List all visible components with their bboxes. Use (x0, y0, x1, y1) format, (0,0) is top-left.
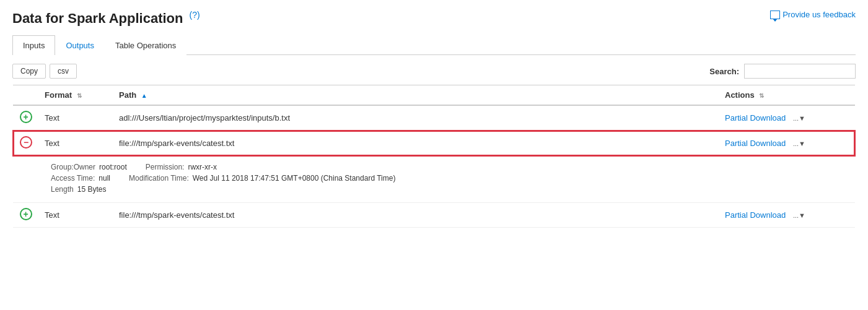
group-label: Group:Owner (51, 163, 95, 171)
action-dropdown-3[interactable]: ...▼ (793, 212, 805, 219)
path-cell-2: file:///tmp/spark-events/catest.txt (113, 131, 719, 156)
length-value: 15 Bytes (77, 185, 107, 194)
access-label: Access Time: (51, 174, 95, 183)
detail-content: Group:Owner root:root Permission: rwxr-x… (38, 156, 855, 203)
permission-item: Permission: rwxr-xr-x (146, 163, 217, 171)
page-title: Data for Spark Application (?) (12, 11, 200, 26)
actions-cell-3: Partial Download ...▼ (719, 203, 855, 228)
col-actions[interactable]: Actions ⇅ (719, 85, 855, 106)
table-row-selected: Text file:///tmp/spark-events/catest.txt… (13, 131, 855, 156)
actions-cell-1: Partial Download ...▼ (719, 105, 855, 131)
toolbar: Copy csv Search: (12, 64, 856, 79)
title-area: Data for Spark Application (?) (12, 10, 200, 27)
data-table: Format ⇅ Path ▲ Actions ⇅ Text (12, 85, 856, 228)
actions-cell-2: Partial Download ...▼ (719, 131, 855, 156)
path-cell-1: adl:///Users/ltian/project/mysparktest/i… (113, 105, 719, 131)
group-owner-item: Group:Owner root:root (51, 163, 127, 171)
search-label: Search: (709, 67, 739, 76)
length-item: Length 15 Bytes (51, 185, 106, 194)
detail-section: Group:Owner root:root Permission: rwxr-x… (51, 160, 843, 199)
page-container: Data for Spark Application (?) Provide u… (0, 0, 868, 238)
feedback-icon (770, 11, 780, 19)
format-cell-2: Text (38, 131, 113, 156)
access-value: null (99, 174, 110, 183)
modification-value: Wed Jul 11 2018 17:47:51 GMT+0800 (China… (193, 174, 396, 183)
path-sort-icon: ▲ (141, 92, 147, 99)
length-label: Length (51, 185, 74, 194)
toolbar-left: Copy csv (12, 64, 77, 79)
expand-cell-2[interactable] (13, 131, 38, 156)
action-dropdown-1[interactable]: ...▼ (793, 114, 805, 122)
modification-label: Modification Time: (129, 174, 189, 183)
partial-download-link-1[interactable]: Partial Download (725, 113, 786, 123)
detail-line-3: Length 15 Bytes (51, 185, 843, 194)
format-cell-1: Text (38, 105, 113, 131)
modification-time-item: Modification Time: Wed Jul 11 2018 17:47… (129, 174, 395, 183)
action-dropdown-2[interactable]: ...▼ (793, 140, 805, 147)
detail-line-1: Group:Owner root:root Permission: rwxr-x… (51, 163, 843, 171)
expand-icon-plus-3[interactable] (20, 208, 32, 220)
group-value: root:root (99, 163, 127, 171)
col-format[interactable]: Format ⇅ (38, 85, 113, 106)
partial-download-link-3[interactable]: Partial Download (725, 210, 786, 220)
expand-cell-3[interactable] (13, 203, 38, 228)
path-cell-3: file:///tmp/spark-events/catest.txt (113, 203, 719, 228)
help-icon[interactable]: (?) (190, 10, 200, 20)
table-row-3: Text file:///tmp/spark-events/catest.txt… (13, 203, 855, 228)
expand-icon-plus-1[interactable] (20, 111, 32, 123)
col-path[interactable]: Path ▲ (113, 85, 719, 106)
copy-button[interactable]: Copy (12, 64, 46, 79)
feedback-link[interactable]: Provide us feedback (770, 10, 856, 19)
expanded-detail-row: Group:Owner root:root Permission: rwxr-x… (13, 156, 855, 203)
detail-spacer (13, 156, 38, 203)
tab-table-operations[interactable]: Table Operations (105, 35, 186, 55)
title-text: Data for Spark Application (12, 11, 183, 26)
search-area: Search: (709, 64, 856, 79)
search-input[interactable] (744, 64, 856, 79)
tab-inputs[interactable]: Inputs (12, 35, 55, 55)
feedback-label: Provide us feedback (783, 10, 856, 19)
permission-label: Permission: (146, 163, 185, 171)
access-time-item: Access Time: null (51, 174, 110, 183)
tab-outputs[interactable]: Outputs (55, 35, 105, 55)
table-body: Text adl:///Users/ltian/project/mysparkt… (13, 105, 855, 228)
table-row: Text adl:///Users/ltian/project/mysparkt… (13, 105, 855, 131)
partial-download-link-2[interactable]: Partial Download (725, 139, 786, 148)
permission-value: rwxr-xr-x (188, 163, 217, 171)
expand-cell-1[interactable] (13, 105, 38, 131)
format-sort-icon: ⇅ (77, 92, 82, 99)
csv-button[interactable]: csv (50, 64, 77, 79)
detail-line-2: Access Time: null Modification Time: Wed… (51, 174, 843, 183)
table-header: Format ⇅ Path ▲ Actions ⇅ (13, 85, 855, 106)
format-cell-3: Text (38, 203, 113, 228)
expand-icon-minus-2[interactable] (20, 136, 32, 149)
page-header: Data for Spark Application (?) Provide u… (12, 10, 856, 27)
col-expand (13, 85, 38, 106)
actions-sort-icon: ⇅ (759, 92, 764, 99)
tabs-container: Inputs Outputs Table Operations (12, 35, 856, 55)
